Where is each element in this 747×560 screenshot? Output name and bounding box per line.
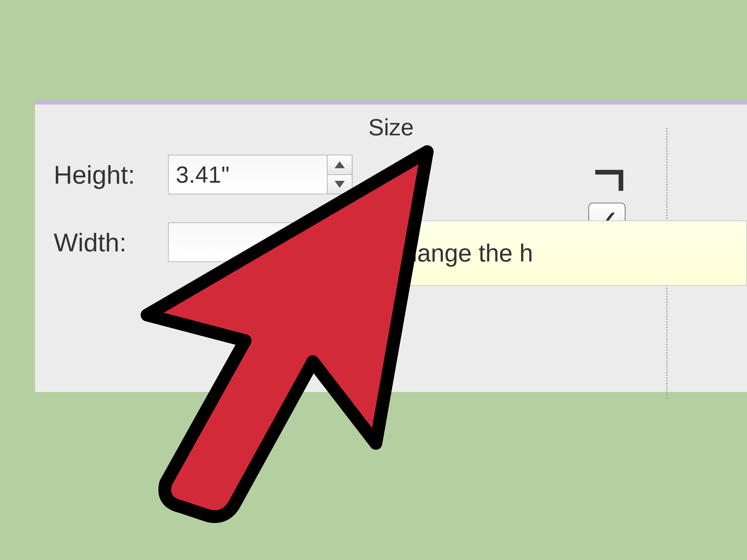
chevron-up-icon [335,161,345,168]
height-row: Height: 3.41" [54,155,747,194]
chevron-up-icon [335,229,345,236]
width-spinner [327,222,353,262]
height-input-group: 3.41" [168,155,353,194]
panel-title: Size [35,105,747,155]
tooltip-text: Change the h [386,239,533,267]
height-step-down[interactable] [327,174,353,195]
tooltip: Change the h [374,220,747,286]
height-step-up[interactable] [327,155,353,174]
width-step-up[interactable] [327,222,353,242]
bracket-icon [595,170,623,175]
chevron-down-icon [335,248,345,256]
width-input[interactable] [168,222,327,262]
width-step-down[interactable] [327,242,353,262]
width-input-group [168,222,353,262]
height-spinner [327,155,353,194]
chevron-down-icon [335,181,345,188]
height-input[interactable]: 3.41" [168,155,327,194]
height-label: Height: [54,160,154,189]
width-label: Width: [54,228,154,257]
